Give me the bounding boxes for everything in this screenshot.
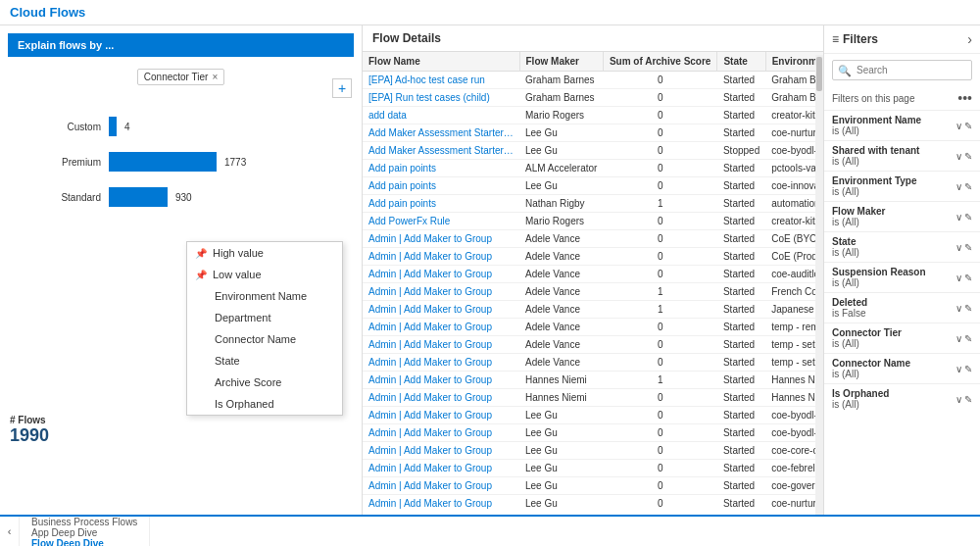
filter-edit-icon[interactable]: ✎ [964, 151, 972, 162]
cell-flow-name[interactable]: Add PowerFx Rule [363, 213, 519, 230]
cell-flow-name[interactable]: Admin | Add Maker to Group [363, 266, 519, 283]
cell-flow-name[interactable]: Add pain points [363, 177, 519, 195]
cell-flow-name[interactable]: Admin | Add Maker to Group [363, 336, 519, 354]
col-header-state[interactable]: State [717, 52, 765, 72]
filter-group-header[interactable]: Environment Type is (All) ∨ ✎ [832, 175, 972, 197]
filter-edit-icon[interactable]: ✎ [964, 242, 972, 253]
cell-flow-maker: Hannes Niemi [519, 372, 603, 389]
cell-flow-name[interactable]: Admin | Add Maker to Group [363, 407, 519, 424]
app-title: Cloud Flows [10, 5, 85, 20]
chip-close-icon[interactable]: × [212, 72, 218, 82]
filter-edit-icon[interactable]: ✎ [964, 273, 972, 283]
filter-groups-container: Environment Name is (All) ∨ ✎ Shared wit… [824, 110, 980, 414]
filter-chevron-icon[interactable]: ∨ [956, 303, 962, 314]
filter-edit-icon[interactable]: ✎ [964, 364, 972, 374]
cell-flow-name[interactable]: Add Maker Assessment Starter Data [363, 142, 519, 160]
filter-group-header[interactable]: State is (All) ∨ ✎ [832, 236, 972, 258]
cell-flow-name[interactable]: Admin | Add Maker to Group [363, 319, 519, 336]
bar-label-standard: Standard [57, 192, 101, 203]
tab-nav-left[interactable]: ‹ [0, 517, 20, 546]
filter-group-header[interactable]: Is Orphaned is (All) ∨ ✎ [832, 388, 972, 410]
cell-flow-maker: Nathan Rigby [519, 195, 603, 213]
filter-group-header[interactable]: Shared with tenant is (All) ∨ ✎ [832, 145, 972, 167]
vertical-scrollbar[interactable] [815, 55, 823, 515]
cell-state: Started [717, 72, 765, 89]
cell-flow-name[interactable]: add data [363, 107, 519, 124]
cell-flow-name[interactable]: Admin | Add Maker to Group [363, 495, 519, 513]
table-container[interactable]: Flow Name Flow Maker Sum of Archive Scor… [363, 52, 823, 512]
bar-count-premium: 1773 [224, 157, 246, 168]
cell-flow-maker: Graham Barnes [519, 89, 603, 107]
menu-item-archive-score[interactable]: Archive Score [187, 372, 342, 393]
filter-chevron-icon[interactable]: ∨ [956, 242, 962, 253]
search-input[interactable] [832, 60, 972, 80]
cell-flow-name[interactable]: Admin | Add Maker to Group [363, 424, 519, 442]
filter-group-header[interactable]: Flow Maker is (All) ∨ ✎ [832, 206, 972, 227]
cell-flow-name[interactable]: [EPA] Ad-hoc test case run [363, 72, 519, 89]
cell-flow-name[interactable]: Add pain points [363, 160, 519, 177]
filter-chevron-icon[interactable]: ∨ [956, 181, 962, 192]
menu-item-low-value[interactable]: 📌 Low value [187, 264, 342, 285]
cell-flow-name[interactable]: Admin | Add Maker to Group [363, 389, 519, 407]
cell-flow-name[interactable]: Admin | Add Maker to Group [363, 354, 519, 372]
plus-button[interactable]: + [332, 78, 352, 98]
tab-item[interactable]: Business Process Flows [20, 517, 150, 527]
filter-group: Environment Type is (All) ∨ ✎ [824, 171, 980, 201]
menu-item-high-value[interactable]: 📌 High value [187, 242, 342, 264]
filter-chevron-icon[interactable]: ∨ [956, 121, 962, 131]
filter-chevron-icon[interactable]: ∨ [956, 394, 962, 405]
bar-fill-custom [109, 117, 117, 136]
filter-group-header[interactable]: Deleted is False ∨ ✎ [832, 297, 972, 319]
menu-item-env-name[interactable]: Environment Name [187, 285, 342, 307]
filter-edit-icon[interactable]: ✎ [964, 181, 972, 192]
filter-group-value: is (All) [832, 156, 919, 167]
cell-state: Stopped [717, 142, 765, 160]
filter-chevron-icon[interactable]: ∨ [956, 364, 962, 374]
tab-item[interactable]: Flow Deep Dive [20, 538, 150, 546]
table-row: Admin | Add Maker to Group Adele Vance 0… [363, 248, 823, 266]
bottom-tabs: ‹ Business Process FlowsApp Deep DiveFlo… [0, 515, 980, 546]
menu-item-connector-name[interactable]: Connector Name [187, 328, 342, 350]
col-header-flow-name[interactable]: Flow Name [363, 52, 519, 72]
col-header-flow-maker[interactable]: Flow Maker [519, 52, 603, 72]
filter-group-header[interactable]: Connector Name is (All) ∨ ✎ [832, 358, 972, 379]
filters-more-button[interactable]: ••• [957, 90, 972, 106]
filter-group-header[interactable]: Environment Name is (All) ∨ ✎ [832, 115, 972, 136]
menu-item-department[interactable]: Department [187, 307, 342, 328]
filter-edit-icon[interactable]: ✎ [964, 303, 972, 314]
filter-group-header[interactable]: Connector Tier is (All) ∨ ✎ [832, 327, 972, 349]
filter-group: Is Orphaned is (All) ∨ ✎ [824, 383, 980, 414]
tab-item[interactable]: App Deep Dive [20, 527, 150, 538]
cell-flow-name[interactable]: Admin | Add Maker to Group [363, 477, 519, 495]
filter-chevron-icon[interactable]: ∨ [956, 333, 962, 344]
cell-flow-name[interactable]: Add pain points [363, 195, 519, 213]
filter-edit-icon[interactable]: ✎ [964, 394, 972, 405]
cell-flow-name[interactable]: Admin | Add Maker to Group [363, 442, 519, 460]
filter-group-header[interactable]: Suspension Reason is (All) ∨ ✎ [832, 267, 972, 288]
menu-item-state[interactable]: State [187, 350, 342, 372]
cell-archive-score: 0 [603, 354, 717, 372]
filter-edit-icon[interactable]: ✎ [964, 121, 972, 131]
cell-flow-maker: Adele Vance [519, 336, 603, 354]
filter-chevron-icon[interactable]: ∨ [956, 151, 962, 162]
cell-archive-score: 0 [603, 72, 717, 89]
col-header-archive-score[interactable]: Sum of Archive Score [603, 52, 717, 72]
cell-flow-name[interactable]: Admin | Add Maker to Group [363, 283, 519, 301]
filter-chevron-icon[interactable]: ∨ [956, 273, 962, 283]
filters-collapse-button[interactable]: › [967, 31, 972, 47]
table-row: Add pain points ALM Accelerator 0 Starte… [363, 160, 823, 177]
cell-flow-name[interactable]: Admin | Add Maker to Group [363, 372, 519, 389]
cell-state: Started [717, 124, 765, 142]
cell-flow-name[interactable]: Add Maker Assessment Starter Data [363, 124, 519, 142]
filter-edit-icon[interactable]: ✎ [964, 333, 972, 344]
table-row: Admin | Add Maker to Group Adele Vance 1… [363, 283, 823, 301]
filter-chevron-icon[interactable]: ∨ [956, 212, 962, 223]
filter-edit-icon[interactable]: ✎ [964, 212, 972, 223]
menu-item-is-orphaned[interactable]: Is Orphaned [187, 393, 342, 415]
cell-flow-name[interactable]: Admin | Add Maker to Group [363, 230, 519, 248]
cell-flow-name[interactable]: Admin | Add Maker to Group [363, 248, 519, 266]
cell-flow-name[interactable]: [EPA] Run test cases (child) [363, 89, 519, 107]
cell-flow-name[interactable]: Admin | Add Maker to Group [363, 301, 519, 319]
cell-flow-name[interactable]: Admin | Add Maker to Group [363, 460, 519, 477]
filter-group-title: State [832, 236, 859, 247]
